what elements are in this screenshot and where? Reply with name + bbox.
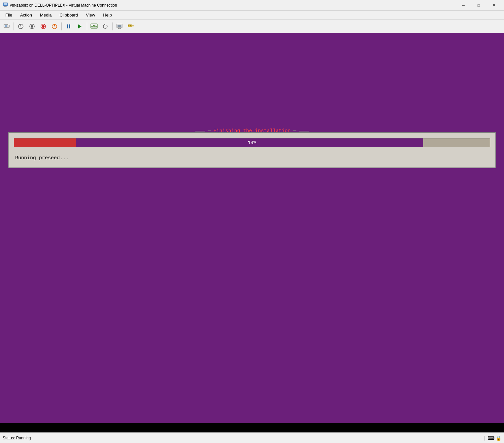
toolbar-screenshot-button[interactable] (1, 21, 12, 32)
toolbar-hard-stop-button[interactable] (38, 21, 49, 32)
toolbar-separator-4 (112, 22, 113, 30)
install-status-text: Running preseed... (14, 153, 490, 162)
menu-clipboard[interactable]: Clipboard (56, 11, 82, 19)
menu-bar: File Action Media Clipboard View Help (0, 11, 504, 20)
svg-rect-28 (118, 25, 121, 27)
menu-file[interactable]: File (1, 11, 16, 19)
title-bar: vm-zabbix on DELL-OPTIPLEX - Virtual Mac… (0, 0, 504, 11)
status-label: Status: (3, 436, 15, 440)
progress-label: 14% (14, 140, 490, 145)
status-bar: Status: Running │ ⌨ 🔒 (0, 432, 504, 443)
restore-button[interactable]: □ (471, 0, 486, 11)
svg-rect-35 (130, 25, 131, 26)
toolbar (0, 20, 504, 33)
svg-rect-11 (31, 25, 33, 27)
window-controls: ─ □ ✕ (456, 0, 501, 11)
svg-point-13 (42, 25, 45, 28)
menu-action[interactable]: Action (16, 11, 36, 19)
keyboard-icon: ⌨ (488, 435, 494, 441)
toolbar-settings-button[interactable] (125, 21, 136, 32)
toolbar-stop-button[interactable] (27, 21, 37, 32)
svg-rect-21 (93, 25, 94, 26)
status-running: Running (16, 436, 31, 440)
toolbar-separator-1 (14, 22, 14, 30)
toolbar-ctrlaltdel-button[interactable] (89, 21, 99, 32)
title-bracket-left: ─ (208, 128, 211, 134)
svg-rect-1 (4, 3, 7, 5)
title-bracket-right: ─ (293, 128, 296, 134)
toolbar-monitor-button[interactable] (114, 21, 125, 32)
svg-rect-22 (94, 25, 95, 26)
vm-black-strip (0, 423, 504, 432)
title-bar-text: vm-zabbix on DELL-OPTIPLEX - Virtual Mac… (10, 3, 456, 8)
lock-icon: 🔒 (496, 435, 501, 441)
close-button[interactable]: ✕ (486, 0, 501, 11)
toolbar-revert-button[interactable] (100, 21, 111, 32)
progress-bar-container: 14% (14, 138, 490, 147)
vm-display[interactable]: ─ Finishing the installation ─ 14% Runni… (0, 33, 504, 432)
svg-rect-16 (67, 24, 68, 28)
menu-media[interactable]: Media (36, 11, 55, 19)
toolbar-separator-2 (61, 22, 62, 30)
minimize-button[interactable]: ─ (456, 0, 471, 11)
svg-rect-20 (91, 26, 97, 26)
status-icons: ⌨ 🔒 (488, 435, 501, 441)
svg-marker-26 (106, 25, 108, 26)
svg-rect-24 (93, 26, 95, 27)
install-dialog: ─ Finishing the installation ─ 14% Runni… (8, 132, 496, 168)
install-dialog-title: ─ Finishing the installation ─ (195, 128, 309, 134)
svg-rect-23 (91, 26, 93, 27)
toolbar-restart-button[interactable] (49, 21, 60, 32)
toolbar-poweroff-button[interactable] (16, 21, 26, 32)
status-separator: │ (484, 436, 486, 440)
svg-rect-25 (95, 26, 97, 27)
svg-rect-5 (5, 25, 7, 27)
svg-rect-36 (132, 25, 134, 26)
menu-view[interactable]: View (82, 11, 99, 19)
toolbar-resume-button[interactable] (75, 21, 85, 32)
svg-rect-3 (4, 6, 7, 7)
dialog-title-text: Finishing the installation (213, 128, 290, 134)
svg-rect-34 (128, 25, 129, 26)
menu-help[interactable]: Help (99, 11, 116, 19)
status-bar-text: Status: Running (3, 436, 482, 440)
toolbar-separator-3 (87, 22, 87, 30)
svg-marker-18 (78, 24, 82, 28)
svg-rect-2 (4, 6, 6, 7)
title-bar-icon (3, 2, 8, 9)
toolbar-pause-button[interactable] (63, 21, 74, 32)
svg-rect-17 (69, 24, 71, 28)
